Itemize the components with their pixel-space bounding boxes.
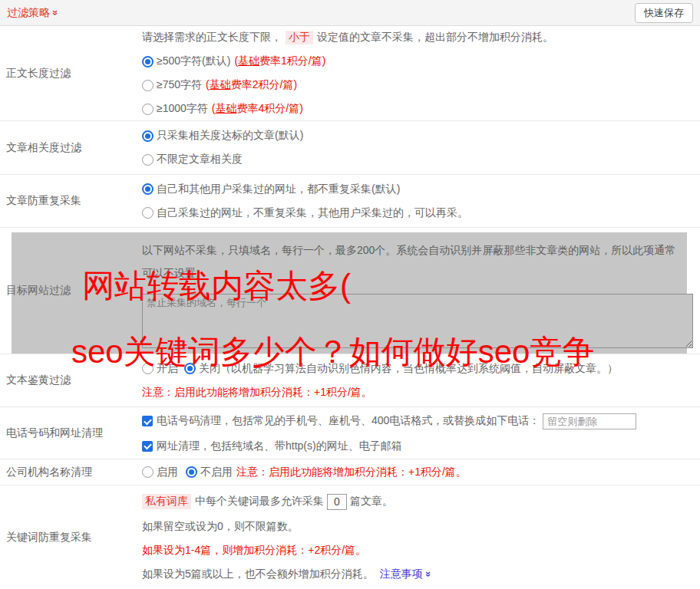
radio-unchecked-icon[interactable] bbox=[142, 104, 154, 115]
dedup-option-self-only[interactable]: 自己采集过的网址，不重复采集，其他用户采集过的，可以再采。 bbox=[142, 206, 700, 220]
overlay-text-line-1: 网站转载内容太多( bbox=[82, 270, 351, 302]
company-cost-note: 注意：启用此功能将增加积分消耗：+1积分/篇。 bbox=[236, 466, 467, 479]
company-option-enable[interactable]: 启用 bbox=[157, 466, 178, 479]
notice-link[interactable]: 注意事项 » bbox=[380, 568, 431, 581]
radio-checked-icon[interactable] bbox=[142, 183, 154, 195]
row-relevance-filter: 文章相关度过滤 只采集相关度达标的文章(默认) 不限定文章相关度 bbox=[0, 121, 700, 175]
checkbox-checked-icon[interactable] bbox=[142, 441, 153, 452]
row-phone-url-clean: 电话号码和网址清理 电话号码清理，包括常见的手机号、座机号、400电话格式，或替… bbox=[0, 407, 700, 459]
row-length-filter: 正文长度过滤 请选择需求的正文长度下限，小于设定值的文章不采集，超出部分不增加积… bbox=[0, 26, 700, 121]
quick-save-button[interactable]: 快速保存 bbox=[635, 3, 693, 23]
radio-unchecked-icon[interactable] bbox=[142, 207, 154, 219]
radio-checked-icon[interactable] bbox=[186, 466, 197, 478]
radio-unchecked-icon[interactable] bbox=[142, 466, 154, 478]
length-option-1000[interactable]: ≥1000字符 (基础费率4积分/篇) bbox=[142, 102, 700, 116]
length-option-500[interactable]: ≥500字符(默认) (基础费率1积分/篇) bbox=[142, 54, 700, 68]
company-option-disable[interactable]: 不启用 bbox=[200, 466, 233, 479]
chevron-down-icon: » bbox=[50, 10, 61, 15]
max-articles-input[interactable] bbox=[327, 494, 347, 510]
row-label: 电话号码和网址清理 bbox=[0, 407, 138, 459]
radio-unchecked-icon[interactable] bbox=[142, 154, 154, 166]
dedup-option-all-users[interactable]: 自己和其他用户采集过的网址，都不重复采集(默认) bbox=[142, 183, 700, 196]
row-label: 公司机构名称清理 bbox=[0, 459, 138, 485]
keyword-note-1: 如果留空或设为0，则不限篇数。 bbox=[142, 520, 700, 534]
private-lexicon-link[interactable]: 私有词库 bbox=[142, 494, 191, 509]
cost-note: (基础费率4积分/篇) bbox=[212, 102, 303, 116]
checkbox-checked-icon[interactable] bbox=[142, 416, 153, 426]
overlay-text-line-2: seo关键词多少个？如何做好seo竞争 bbox=[71, 336, 594, 368]
less-than-tag: 小于 bbox=[286, 31, 313, 44]
chevron-down-icon: » bbox=[423, 571, 434, 577]
row-label: 文章防重复采集 bbox=[0, 175, 138, 227]
relevance-option-strict[interactable]: 只采集相关度达标的文章(默认) bbox=[142, 129, 700, 143]
length-option-750[interactable]: ≥750字符 (基础费率2积分/篇) bbox=[142, 78, 700, 92]
radio-checked-icon[interactable] bbox=[142, 56, 154, 67]
row-company-clean: 公司机构名称清理 启用 不启用 注意：启用此功能将增加积分消耗：+1积分/篇。 bbox=[0, 459, 700, 485]
row-keyword-dedup: 关键词防重复采集 私有词库 中每个关键词最多允许采集 篇文章。 如果留空或设为0… bbox=[0, 485, 700, 589]
page-title-toggle[interactable]: 过滤策略 » bbox=[7, 6, 58, 20]
row-dedup-collect: 文章防重复采集 自己和其他用户采集过的网址，都不重复采集(默认) 自己采集过的网… bbox=[0, 175, 700, 228]
page-title: 过滤策略 bbox=[7, 6, 50, 20]
phone-clean-label: 电话号码清理，包括常见的手机号、座机号、400电话格式，或替换成如下电话： bbox=[157, 414, 540, 428]
relevance-option-any[interactable]: 不限定文章相关度 bbox=[142, 153, 700, 166]
filter-strategy-page: 过滤策略 » 快速保存 正文长度过滤 请选择需求的正文长度下限，小于设定值的文章… bbox=[0, 0, 700, 589]
url-clean-label: 网址清理，包括纯域名、带http(s)的网址、电子邮箱 bbox=[157, 439, 402, 453]
porn-cost-note: 注意：启用此功能将增加积分消耗：+1积分/篇。 bbox=[142, 386, 700, 400]
length-intro: 请选择需求的正文长度下限，小于设定值的文章不采集，超出部分不增加积分消耗。 bbox=[142, 31, 700, 44]
radio-checked-icon[interactable] bbox=[142, 130, 154, 142]
cost-note: (基础费率2积分/篇) bbox=[206, 78, 297, 92]
row-label: 关键词防重复采集 bbox=[0, 485, 138, 589]
cost-note: (基础费率1积分/篇) bbox=[234, 54, 325, 68]
keyword-note-3: 如果设为5篇或以上，也不会额外增加积分消耗。 bbox=[142, 568, 374, 581]
keyword-note-2: 如果设为1-4篇，则增加积分消耗：+2积分/篇。 bbox=[142, 544, 700, 558]
row-label: 文章相关度过滤 bbox=[0, 121, 138, 174]
radio-unchecked-icon[interactable] bbox=[142, 80, 154, 91]
row-label: 正文长度过滤 bbox=[0, 26, 138, 120]
replacement-phone-input[interactable] bbox=[543, 413, 636, 429]
topbar: 过滤策略 » 快速保存 bbox=[0, 0, 700, 26]
